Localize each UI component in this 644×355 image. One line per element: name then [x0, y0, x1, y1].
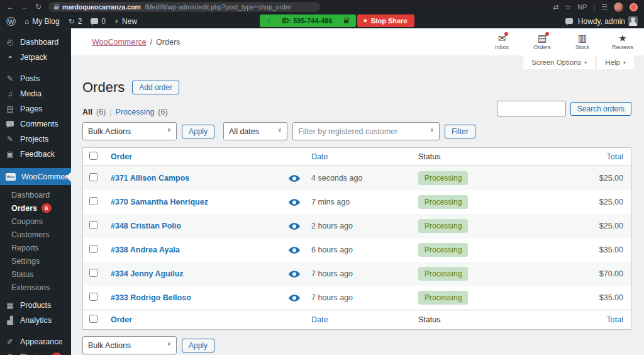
help-button[interactable]: Help ▾ [597, 55, 634, 69]
sidebar-item-appearance[interactable]: ✐ Appearance [0, 334, 71, 349]
submenu-item-reports[interactable]: Reports [0, 241, 71, 254]
bulk-actions-select[interactable]: Bulk Actions [82, 122, 177, 140]
submenu-item-dashboard[interactable]: Dashboard [0, 188, 71, 201]
submenu-item-settings[interactable]: Settings [0, 254, 71, 268]
page-body: Orders Add order All (6) | Processing (6… [71, 69, 644, 354]
table-row: #333 Rodrigo Belloso 7 hours ago Process… [83, 286, 631, 310]
sidebar-item-pages[interactable]: ▤ Pages [0, 101, 71, 116]
submenu-item-extensions[interactable]: Extensions [0, 281, 71, 294]
order-link[interactable]: #333 Rodrigo Belloso [111, 293, 191, 302]
browser-avatar[interactable] [614, 3, 623, 12]
preview-eye-icon[interactable] [289, 223, 300, 230]
activity-reviews[interactable]: ★ Reviews [610, 33, 635, 51]
bulk-actions-select-bottom[interactable]: Bulk Actions [82, 336, 177, 354]
notification-bubble-icon[interactable] [565, 18, 573, 24]
preview-eye-icon[interactable] [289, 199, 300, 206]
breadcrumb-woocommerce-link[interactable]: WooCommerce [92, 38, 147, 47]
admin-bar-updates[interactable]: ↻ 2 [69, 17, 82, 26]
sidebar-item-plugins[interactable]: ⚙ Plugins 1 [0, 349, 71, 355]
profile-initials[interactable]: NP [577, 3, 587, 11]
sidebar-item-comments[interactable]: Comments [0, 116, 71, 132]
search-orders-button[interactable]: Search orders [570, 102, 631, 116]
back-icon[interactable]: ← [6, 3, 14, 11]
sidebar-item-label: Plugins [20, 352, 46, 355]
activity-orders[interactable]: ▤ Orders [530, 33, 555, 51]
column-header-date[interactable]: Date [311, 152, 328, 161]
sidebar-item-products[interactable]: ▦ Products [0, 298, 71, 313]
view-processing-link[interactable]: Processing [116, 108, 155, 116]
apply-button-bottom[interactable]: Apply [182, 339, 214, 352]
add-order-button[interactable]: Add order [132, 81, 179, 94]
reload-icon[interactable]: ↻ [35, 3, 42, 11]
woocommerce-icon: Woo [6, 173, 16, 181]
customer-filter-select[interactable]: Filter by registered customer [292, 122, 440, 140]
row-checkbox[interactable] [89, 173, 97, 181]
sidebar-item-projects[interactable]: ✎ Projects [0, 132, 71, 147]
submenu-item-coupons[interactable]: Coupons [0, 215, 71, 228]
bulk-actions-select-bottom-wrap: Bulk Actions [82, 336, 177, 354]
admin-bar-comments[interactable]: 0 [91, 17, 106, 26]
activity-stock[interactable]: ▥ Stock [570, 33, 595, 51]
wordpress-logo-icon[interactable]: Ⓦ [6, 16, 16, 26]
sidebar-item-analytics[interactable]: ▟ Analytics [0, 313, 71, 328]
view-all-count: (6) [96, 108, 106, 116]
forward-icon[interactable]: → [21, 3, 28, 11]
order-link[interactable]: #371 Allison Campos [111, 174, 189, 183]
admin-bar-account[interactable]: Howdy, admin [578, 16, 638, 26]
admin-bar-new[interactable]: + New [114, 17, 137, 26]
sidebar-item-media[interactable]: ♫ Media [0, 86, 71, 101]
order-link[interactable]: #348 Cristian Polio [111, 222, 181, 230]
order-total: $25.00 [538, 222, 631, 230]
column-header-total[interactable]: Total [607, 152, 623, 161]
order-link[interactable]: #334 Jenny Aguiluz [111, 269, 184, 278]
sidebar-item-jetpack[interactable]: ◓ Jetpack [0, 50, 71, 65]
select-all-checkbox-bottom[interactable] [89, 315, 97, 323]
preview-eye-icon[interactable] [289, 271, 300, 278]
sidebar-item-posts[interactable]: ✎ Posts [0, 71, 71, 86]
view-processing-count: (6) [158, 108, 167, 116]
view-all-label[interactable]: All [82, 108, 92, 116]
row-checkbox[interactable] [89, 221, 97, 229]
column-footer-date[interactable]: Date [311, 315, 328, 324]
order-link[interactable]: #370 Samantha Henríquez [111, 198, 208, 206]
sidebar-item-dashboard[interactable]: ◴ Dashboard [0, 35, 71, 50]
screen-options-button[interactable]: Screen Options ▾ [523, 55, 595, 69]
column-header-order[interactable]: Order [111, 152, 132, 161]
filter-button[interactable]: Filter [445, 125, 475, 138]
search-orders-input[interactable] [497, 101, 566, 116]
preview-eye-icon[interactable] [289, 247, 300, 254]
preview-eye-icon[interactable] [289, 175, 300, 182]
stop-share-button[interactable]: ■ Stop Share [357, 14, 414, 27]
table-row: #371 Allison Campos 4 seconds ago Proces… [83, 166, 631, 190]
address-bar[interactable]: mardoqueocarranza.com/Medifit/wp-admin/e… [48, 2, 320, 12]
sidebar-item-feedback[interactable]: ▣ Feedback [0, 147, 71, 162]
order-link[interactable]: #338 Andrea Ayala [111, 245, 180, 254]
content-header: WooCommerce / Orders ✉ Inbox ▤ Orders ▥ … [71, 28, 644, 55]
projects-pin-icon: ✎ [6, 135, 14, 143]
submenu-label: Status [11, 270, 33, 279]
admin-bar-site[interactable]: ⌂ My Blog [25, 17, 60, 26]
extensions-list-icon[interactable]: ☰ [601, 4, 608, 11]
sidebar-item-label: Jetpack [20, 53, 47, 62]
row-checkbox[interactable] [89, 245, 97, 253]
row-checkbox[interactable] [89, 293, 97, 301]
sidebar-item-woocommerce[interactable]: Woo WooCommerce [0, 168, 71, 185]
bookmark-star-icon[interactable]: ☆ [565, 4, 571, 11]
submenu-item-customers[interactable]: Customers [0, 228, 71, 241]
submenu-item-status[interactable]: Status [0, 268, 71, 281]
column-footer-order[interactable]: Order [111, 315, 132, 324]
column-footer-total[interactable]: Total [607, 315, 623, 324]
submenu-item-orders[interactable]: Orders 6 [0, 201, 71, 215]
admin-avatar [628, 16, 638, 26]
sidebar-item-label: Media [20, 89, 42, 98]
row-checkbox[interactable] [89, 269, 97, 277]
apply-button[interactable]: Apply [182, 125, 214, 138]
preview-eye-icon[interactable] [289, 295, 300, 301]
select-all-checkbox[interactable] [89, 152, 97, 160]
order-date: 6 hours ago [311, 245, 418, 254]
row-checkbox[interactable] [89, 197, 97, 205]
dates-select[interactable]: All dates [223, 122, 287, 140]
record-icon[interactable] [630, 3, 638, 11]
activity-inbox[interactable]: ✉ Inbox [489, 33, 514, 51]
translate-icon[interactable]: ⇄ [553, 4, 558, 11]
